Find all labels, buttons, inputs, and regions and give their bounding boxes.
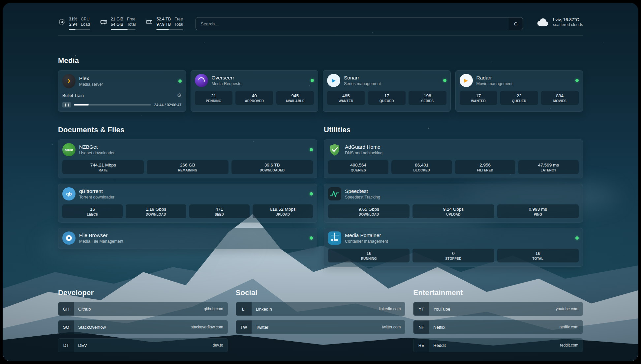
service-name: AdGuard Home [345, 144, 382, 150]
stats-row: 744.21 Mbps RATE 266 GB REMAINING 39.6 T… [62, 160, 313, 174]
bookmark-name: DEV [74, 343, 87, 348]
service-subtitle: Media Requests [212, 81, 241, 86]
bookmark-domain: netflix.com [560, 325, 583, 329]
stat-box: 471 SEED [189, 204, 250, 218]
service-card-nzbget[interactable]: nzbget NZBGet Usenet downloader 744.21 M… [58, 139, 317, 178]
service-name: File Browser [79, 232, 123, 238]
status-dot [310, 148, 313, 151]
service-card-radarr[interactable]: ▶ Radarr Movie management 17 WANTED [455, 70, 583, 112]
card-header: › Plex Media server [62, 74, 182, 88]
service-text: qBittorrent Torrent downloader [79, 188, 114, 199]
memory-widget-body: 21 GiB Free 64 GiB Total [111, 16, 136, 30]
stat-label: LATENCY [520, 168, 577, 172]
service-subtitle: Usenet downloader [79, 151, 115, 155]
stat-value: 196 [410, 93, 445, 98]
card-header: ▶ Sonarr Series management [327, 74, 446, 87]
bookmark-github[interactable]: GH Github github.com [58, 302, 228, 316]
service-card-qbittorrent[interactable]: qb qBittorrent Torrent downloader 16 LEE… [58, 184, 317, 223]
dashboard-page: 31% CPU 2.94 Load [3, 3, 638, 361]
service-subtitle: Media File Management [79, 239, 123, 244]
weather-text: Lviv, 16.87°C scattered clouds [553, 17, 583, 27]
card-header: Speedtest Speedtest Tracking [328, 187, 579, 200]
card-header: nzbget NZBGet Usenet downloader [62, 143, 313, 156]
plex-now-playing: Bullet Train ⚙ 24:44 / 02:06:47 [62, 92, 182, 107]
service-card-sonarr[interactable]: ▶ Sonarr Series management 485 WANTED [323, 70, 451, 112]
stat-label: REMAINING [148, 168, 227, 172]
section-title-documents: Documents & Files [58, 126, 317, 134]
service-card-portainer[interactable]: Media Portainer Container management 16 … [324, 228, 583, 267]
disk-progress-bar [156, 29, 183, 30]
bookmark-abbr: YT [413, 302, 429, 316]
service-card-overseerr[interactable]: Overseerr Media Requests 21 PENDING 40 A… [191, 70, 319, 112]
service-name: Radarr [476, 75, 513, 81]
bookmark-abbr: LI [236, 302, 252, 316]
cpu-widget: 31% CPU 2.94 Load [58, 16, 90, 30]
stat-label: QUERIES [329, 168, 387, 172]
bookmark-linkedin[interactable]: LI LinkedIn linkedin.com [236, 302, 406, 316]
topbar-divider [58, 36, 583, 36]
stat-value: 16 [499, 251, 577, 256]
bookmark-youtube[interactable]: YT YouTube youtube.com [413, 302, 583, 316]
stat-label: FILTERED [456, 168, 514, 172]
bookmark-reddit[interactable]: RE Reddit reddit.com [413, 338, 583, 352]
bookmark-abbr: GH [58, 302, 74, 316]
service-card-plex[interactable]: › Plex Media server Bullet Train ⚙ [58, 70, 186, 112]
stat-box: 834 MOVIES [541, 91, 579, 105]
disk-widget-body: 52.4 TB Free 97.9 TB Total [156, 16, 183, 30]
bookmark-dev[interactable]: DT DEV dev.to [58, 338, 228, 352]
bookmark-stackoverflow[interactable]: SO StackOverflow stackoverflow.com [58, 320, 228, 334]
service-name: Overseerr [212, 75, 241, 81]
status-dot [310, 192, 313, 196]
plex-icon: › [62, 74, 76, 88]
stat-label: PENDING [196, 99, 231, 103]
stat-label: UPLOAD [414, 213, 493, 216]
card-header: qb qBittorrent Torrent downloader [62, 187, 313, 200]
bookmark-list: LI LinkedIn linkedin.com TW Twitter twit… [236, 302, 406, 334]
bookmark-domain: linkedin.com [379, 307, 405, 311]
bookmark-domain: youtube.com [556, 307, 583, 311]
service-card-adguard[interactable]: AdGuard Home DNS and adblocking 498,564 … [324, 139, 583, 178]
search-provider-button[interactable]: G [509, 17, 523, 30]
disk-progress-fill [156, 29, 168, 30]
pause-button[interactable] [62, 102, 71, 107]
adguard-shield-icon [328, 143, 341, 156]
stat-box: 21 PENDING [195, 91, 233, 105]
stat-value: 485 [328, 93, 364, 98]
service-name: Speedtest [345, 188, 380, 194]
documents-cards: nzbget NZBGet Usenet downloader 744.21 M… [58, 139, 317, 249]
topbar: 31% CPU 2.94 Load [58, 3, 583, 30]
stats-row: 9.65 Gbps DOWNLOAD 9.24 Gbps UPLOAD 0.99… [328, 204, 579, 218]
stat-label: DOWNLOADED [233, 168, 312, 172]
weather-location: Lviv, 16.87°C [553, 17, 583, 22]
status-dot [575, 79, 579, 82]
stat-value: 47.569 ms [520, 163, 577, 167]
stat-value: 39.6 TB [233, 163, 312, 167]
stat-value: 40 [237, 93, 272, 98]
gear-icon[interactable]: ⚙ [177, 92, 181, 98]
cpu-load-label: Load [81, 22, 90, 27]
stat-label: RATE [64, 168, 142, 172]
stat-value: 17 [369, 93, 405, 98]
memory-free-label: Free [127, 16, 136, 22]
stat-label: TOTAL [499, 257, 577, 260]
stat-value: 22 [502, 93, 537, 98]
memory-free-value: 21 GiB [111, 16, 123, 22]
service-card-filebrowser[interactable]: File Browser Media File Management [58, 228, 317, 249]
bookmark-twitter[interactable]: TW Twitter twitter.com [236, 320, 406, 334]
cloud-icon [535, 17, 549, 27]
stat-box: 498,564 QUERIES [328, 160, 388, 174]
service-name: Media Portainer [345, 232, 388, 238]
service-subtitle: Media server [79, 82, 103, 87]
stat-value: 16 [329, 251, 408, 256]
memory-progress-bar [111, 29, 136, 30]
status-dot [310, 236, 313, 240]
bookmark-domain: github.com [204, 307, 228, 311]
cpu-widget-body: 31% CPU 2.94 Load [69, 16, 90, 30]
stats-row: 485 WANTED 17 QUEUED 196 SERIES [327, 91, 446, 105]
stat-box: 16 RUNNING [328, 249, 410, 262]
service-card-speedtest[interactable]: Speedtest Speedtest Tracking 9.65 Gbps D… [324, 184, 583, 223]
memory-total-label: Total [127, 22, 136, 27]
bookmark-netflix[interactable]: NF Netflix netflix.com [413, 320, 583, 334]
bookmark-list: GH Github github.com SO StackOverflow st… [58, 302, 228, 352]
search-input[interactable] [196, 17, 509, 30]
